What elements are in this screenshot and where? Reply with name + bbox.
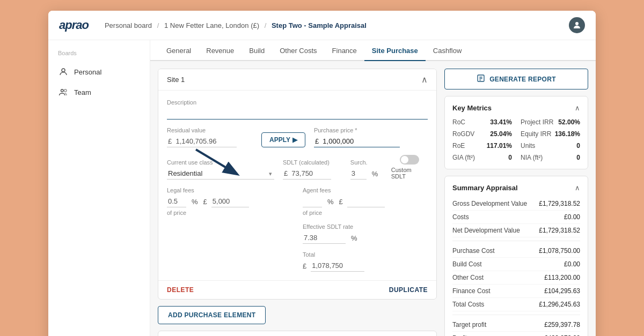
right-panel: GENERATE REPORT Key Metrics ∧ RoC — [444, 69, 588, 336]
tab-revenue[interactable]: Revenue — [199, 40, 241, 61]
person-icon — [58, 66, 69, 77]
key-metrics-card: Key Metrics ∧ RoC 33.41% — [444, 96, 588, 169]
use-class-select[interactable]: Residential — [167, 168, 274, 180]
sidebar-personal-label: Personal — [74, 68, 101, 76]
description-input[interactable] — [167, 108, 428, 120]
legal-currency-symbol: £ — [203, 198, 207, 206]
purchase-price-input[interactable] — [314, 136, 400, 147]
sdlt-input[interactable] — [283, 168, 331, 180]
apply-arrow-icon: ▶ — [292, 136, 297, 144]
metrics-grid: RoC 33.41% Project IRR 52.00% — [452, 118, 580, 161]
tab-bar: General Revenue Build Other Costs Financ… — [150, 40, 596, 61]
use-class-select-wrapper: Residential — [167, 168, 274, 180]
gia-value: 0 — [508, 154, 512, 161]
ndv-label: Net Development Value — [452, 227, 520, 234]
breadcrumb-sep1: / — [157, 21, 159, 29]
roe-label: RoE — [452, 142, 465, 150]
surch-label: Surch. — [350, 159, 383, 166]
agent-fees-group: Agent fees % £ — [303, 187, 385, 207]
surch-group: Surch. % — [350, 159, 383, 180]
residual-value-label: Residual value — [167, 127, 253, 133]
sidebar-item-team[interactable]: Team — [48, 82, 150, 102]
target-profit-value: £259,397.78 — [544, 321, 580, 328]
sidebar-item-personal[interactable]: Personal — [48, 62, 150, 82]
other-cost-label: Other Cost — [452, 274, 484, 281]
finance-cost-label: Finance Cost — [452, 287, 491, 295]
agent-fees-label: Agent fees — [303, 187, 385, 193]
tab-build[interactable]: Build — [241, 40, 272, 61]
custom-sdlt-toggle[interactable] — [400, 155, 419, 165]
chevron-up-icon[interactable]: ∧ — [421, 74, 428, 85]
metric-nia: NIA (ft²) 0 — [521, 154, 580, 161]
total-input[interactable] — [311, 260, 364, 272]
roe-value: 117.01% — [487, 142, 512, 150]
tab-site-purchase[interactable]: Site Purchase — [364, 40, 426, 61]
add-purchase-button[interactable]: ADD PURCHASE ELEMENT — [158, 306, 266, 324]
app-logo: aprao — [59, 18, 89, 32]
project-irr-value: 52.00% — [558, 118, 580, 126]
breadcrumb-board[interactable]: Personal board — [105, 21, 152, 29]
duplicate-button[interactable]: DUPLICATE — [389, 286, 428, 294]
svg-point-0 — [575, 22, 579, 25]
total-label: Total — [303, 251, 428, 258]
appraisal-row-build-cost: Build Cost £0.00 — [452, 258, 580, 271]
metric-project-irr: Project IRR 52.00% — [521, 118, 580, 126]
left-panel: Site 1 ∧ Description — [158, 69, 437, 336]
tab-general[interactable]: General — [159, 40, 199, 61]
sdlt-group: SDLT (calculated) — [283, 159, 342, 180]
agent-currency-symbol: £ — [339, 198, 343, 206]
surch-percent-symbol: % — [372, 170, 378, 178]
rogdv-value: 25.04% — [490, 130, 512, 138]
key-metrics-title: Key Metrics — [452, 104, 492, 112]
tab-cashflow[interactable]: Cashflow — [426, 40, 469, 61]
appraisal-row-costs: Costs £0.00 — [452, 211, 580, 224]
rogdv-label: RoGDV — [452, 130, 474, 138]
appraisal-row-ndv: Net Development Value £1,729,318.52 — [452, 224, 580, 237]
breadcrumb-address[interactable]: 1 New Fetter Lane, London (£) — [164, 21, 259, 29]
appraisal-title: Summary Appraisal — [452, 184, 518, 192]
card-actions: DELETE DUPLICATE — [158, 280, 436, 299]
delete-button[interactable]: DELETE — [167, 286, 194, 294]
residual-value-input[interactable] — [167, 136, 237, 147]
agent-fees-row: Agent fees % £ — [303, 187, 428, 207]
gdv-value: £1,729,318.52 — [539, 200, 580, 207]
tab-other-costs[interactable]: Other Costs — [272, 40, 324, 61]
total-costs-label: Total Costs — [452, 301, 484, 308]
costs-label: Costs — [452, 213, 469, 221]
total-section: Total £ — [303, 251, 428, 272]
user-avatar[interactable] — [569, 17, 585, 33]
generate-report-button[interactable]: GENERATE REPORT — [444, 69, 588, 89]
summary-section: Summary Total purchase cost £1,078,750.0… — [158, 331, 437, 336]
agent-fees-amount-input[interactable] — [347, 196, 385, 207]
sidebar-team-label: Team — [74, 88, 91, 96]
agent-fees-percent-input[interactable] — [303, 196, 322, 207]
apply-button[interactable]: APPLY ▶ — [261, 132, 305, 147]
metric-equity-irr: Equity IRR 136.18% — [521, 130, 580, 138]
breadcrumb-current: Step Two - Sample Appraisal — [272, 21, 367, 29]
legal-fees-group: Legal fees % £ — [167, 187, 249, 207]
metric-gia: GIA (ft²) 0 — [452, 154, 512, 161]
add-purchase-wrapper: ADD PURCHASE ELEMENT — [158, 306, 437, 324]
summary-appraisal-card: Summary Appraisal ∧ Gross Development Va… — [444, 176, 588, 336]
site-card: Site 1 ∧ Description — [158, 69, 437, 300]
tab-finance[interactable]: Finance — [325, 40, 364, 61]
appraisal-row-other-cost: Other Cost £113,200.00 — [452, 271, 580, 285]
residual-purchase-row: Residual value APPLY ▶ — [167, 127, 428, 147]
appraisal-row-total-costs: Total Costs £1,296,245.63 — [452, 298, 580, 311]
legal-fees-percent-input[interactable] — [167, 196, 186, 207]
use-class-label: Current use class — [167, 159, 274, 166]
surch-input[interactable] — [350, 168, 367, 180]
svg-point-2 — [61, 89, 64, 92]
appraisal-chevron-icon[interactable]: ∧ — [575, 184, 580, 192]
legal-fees-amount-input[interactable] — [211, 196, 249, 207]
build-cost-value: £0.00 — [564, 260, 580, 268]
effective-sdlt-label: Effective SDLT rate — [303, 223, 428, 230]
costs-value: £0.00 — [564, 213, 580, 221]
breadcrumb-sep2: / — [265, 21, 267, 29]
ndv-value: £1,729,318.52 — [539, 227, 580, 234]
effective-sdlt-input[interactable] — [303, 232, 346, 244]
metric-roc: RoC 33.41% — [452, 118, 512, 126]
other-cost-value: £113,200.00 — [544, 274, 580, 281]
svg-point-1 — [62, 69, 65, 72]
metrics-chevron-icon[interactable]: ∧ — [575, 104, 580, 112]
